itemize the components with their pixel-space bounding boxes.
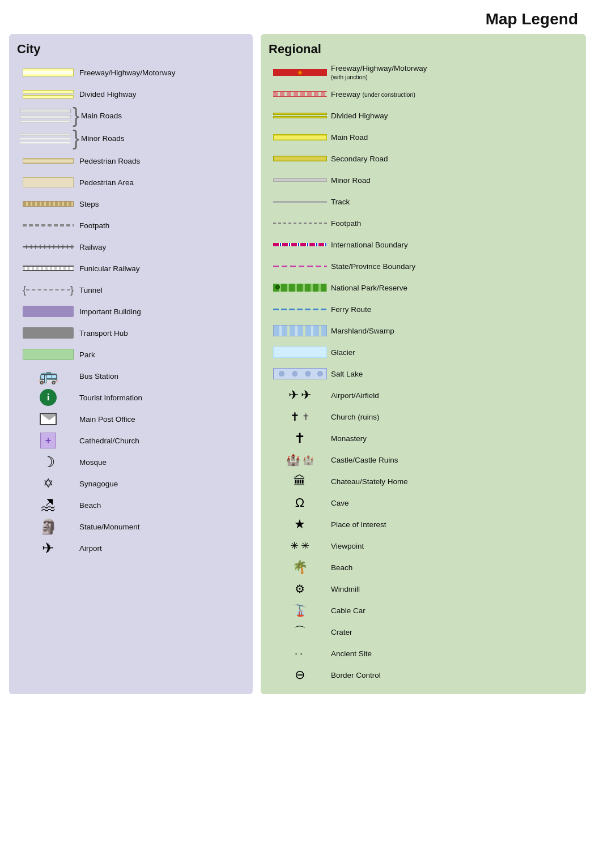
reg-viewpoint-label: Viewpoint bbox=[331, 542, 578, 550]
list-item: Marshland/Swamp bbox=[269, 320, 578, 341]
reg-main-road-label: Main Road bbox=[331, 133, 578, 142]
list-item: 🏛 Chateau/Stately Home bbox=[269, 471, 578, 491]
reg-cablecar-label: Cable Car bbox=[331, 606, 578, 615]
list-item: 🏰🏰 Castle/Castle Ruins bbox=[269, 450, 578, 470]
beach-city-label: Beach bbox=[79, 501, 245, 510]
list-item: ★ Place of Interest bbox=[269, 514, 578, 535]
reg-monastery-symbol: ✝ bbox=[269, 431, 331, 445]
beach-city-symbol: 🏖 bbox=[17, 498, 79, 512]
post-office-label: Main Post Office bbox=[79, 415, 245, 424]
regional-heading: Regional bbox=[269, 42, 578, 57]
pedestrian-roads-label: Pedestrian Roads bbox=[79, 157, 245, 165]
list-item: ✝✝ Church (ruins) bbox=[269, 407, 578, 427]
list-item: Railway bbox=[17, 237, 245, 257]
reg-cablecar-symbol: 🚡 bbox=[269, 605, 331, 616]
reg-freeway-label: Freeway/Highway/Motorway(with junction) bbox=[331, 64, 578, 81]
reg-divided-label: Divided Highway bbox=[331, 112, 578, 120]
reg-chateau-symbol: 🏛 bbox=[269, 475, 331, 488]
list-item: } Minor Roads bbox=[17, 128, 245, 148]
funicular-symbol bbox=[17, 266, 79, 271]
reg-track-label: Track bbox=[331, 198, 578, 206]
reg-monastery-label: Monastery bbox=[331, 434, 578, 443]
footpath-city-symbol bbox=[17, 224, 79, 226]
reg-ancient-symbol: ·· bbox=[269, 648, 331, 659]
pedestrian-area-symbol bbox=[17, 177, 79, 187]
list-item: Ω Cave bbox=[269, 493, 578, 513]
list-item: Footpath bbox=[269, 213, 578, 233]
reg-beach-symbol: 🌴 bbox=[269, 561, 331, 574]
transport-hub-symbol bbox=[17, 327, 79, 339]
list-item: Main Road bbox=[269, 127, 578, 147]
reg-natpark-label: National Park/Reserve bbox=[331, 284, 578, 292]
reg-freeway-uc-symbol bbox=[269, 91, 331, 97]
minor-roads-symbol bbox=[20, 133, 71, 144]
list-item: 🚌 Bus Station bbox=[17, 366, 245, 386]
reg-border-symbol: ⊖ bbox=[269, 669, 331, 681]
regional-section: Regional Freeway/Highway/Motorway(with j… bbox=[261, 34, 586, 694]
list-item: 🚡 Cable Car bbox=[269, 600, 578, 621]
list-item: Park bbox=[17, 344, 245, 365]
reg-windmill-label: Windmill bbox=[331, 585, 578, 593]
cathedral-symbol: + bbox=[17, 433, 79, 448]
list-item: Steps bbox=[17, 194, 245, 214]
reg-castle-label: Castle/Castle Ruins bbox=[331, 456, 578, 464]
bus-station-label: Bus Station bbox=[79, 372, 245, 380]
synagogue-symbol: ✡ bbox=[17, 477, 79, 490]
list-item: Minor Road bbox=[269, 170, 578, 190]
list-item: Main Post Office bbox=[17, 409, 245, 429]
reg-windmill-symbol: ⚙ bbox=[269, 583, 331, 595]
post-office-symbol bbox=[17, 413, 79, 425]
list-item: Freeway/Highway/Motorway bbox=[17, 62, 245, 83]
list-item: Ferry Route bbox=[269, 299, 578, 319]
list-item: i Tourist Information bbox=[17, 387, 245, 408]
reg-border-label: Border Control bbox=[331, 671, 578, 679]
bus-station-symbol: 🚌 bbox=[17, 368, 79, 384]
reg-natpark-symbol bbox=[269, 284, 331, 292]
reg-track-symbol bbox=[269, 201, 331, 203]
reg-saltlake-symbol bbox=[269, 368, 331, 379]
list-item: Pedestrian Roads bbox=[17, 151, 245, 171]
list-item: 🗿 Statue/Monument bbox=[17, 516, 245, 537]
list-item: ✡ Synagogue bbox=[17, 473, 245, 494]
cathedral-label: Cathedral/Church bbox=[79, 437, 245, 445]
list-item: ✈ Airport bbox=[17, 538, 245, 558]
list-item: ✈✈ Airport/Airfield bbox=[269, 385, 578, 405]
freeway-city-symbol bbox=[17, 69, 79, 76]
reg-airport-label: Airport/Airfield bbox=[331, 391, 578, 400]
important-building-symbol bbox=[17, 306, 79, 317]
list-item: Important Building bbox=[17, 301, 245, 322]
reg-interest-label: Place of Interest bbox=[331, 520, 578, 529]
tunnel-symbol: { } bbox=[17, 285, 79, 294]
synagogue-label: Synagogue bbox=[79, 480, 245, 488]
minor-roads-label: Minor Roads bbox=[81, 134, 245, 143]
list-item: ⚙ Windmill bbox=[269, 579, 578, 599]
list-item: National Park/Reserve bbox=[269, 277, 578, 298]
reg-castle-symbol: 🏰🏰 bbox=[269, 453, 331, 467]
divided-highway-city-symbol bbox=[17, 90, 79, 99]
footpath-city-label: Footpath bbox=[79, 221, 245, 230]
main-roads-label: Main Roads bbox=[81, 112, 245, 120]
important-building-label: Important Building bbox=[79, 307, 245, 316]
list-item: ⊖ Border Control bbox=[269, 665, 578, 685]
reg-secondary-symbol bbox=[269, 156, 331, 161]
reg-footpath-symbol bbox=[269, 223, 331, 224]
reg-glacier-label: Glacier bbox=[331, 348, 578, 357]
funicular-label: Funicular Railway bbox=[79, 264, 245, 273]
reg-ancient-label: Ancient Site bbox=[331, 649, 578, 658]
reg-freeway-symbol bbox=[269, 69, 331, 76]
reg-beach-label: Beach bbox=[331, 563, 578, 572]
reg-ferry-label: Ferry Route bbox=[331, 305, 578, 314]
park-symbol bbox=[17, 349, 79, 360]
reg-secondary-label: Secondary Road bbox=[331, 155, 578, 163]
reg-main-road-symbol bbox=[269, 134, 331, 140]
legend-columns: City Freeway/Highway/Motorway Divided Hi… bbox=[0, 34, 595, 705]
reg-interest-symbol: ★ bbox=[269, 518, 331, 531]
list-item: Freeway/Highway/Motorway(with junction) bbox=[269, 62, 578, 83]
list-item: ✳✳ Viewpoint bbox=[269, 536, 578, 556]
reg-intl-label: International Boundary bbox=[331, 241, 578, 249]
reg-viewpoint-symbol: ✳✳ bbox=[269, 540, 331, 552]
divided-highway-city-label: Divided Highway bbox=[79, 90, 245, 99]
reg-church-label: Church (ruins) bbox=[331, 413, 578, 421]
list-item: 🏖 Beach bbox=[17, 495, 245, 515]
pedestrian-roads-symbol bbox=[17, 158, 79, 164]
